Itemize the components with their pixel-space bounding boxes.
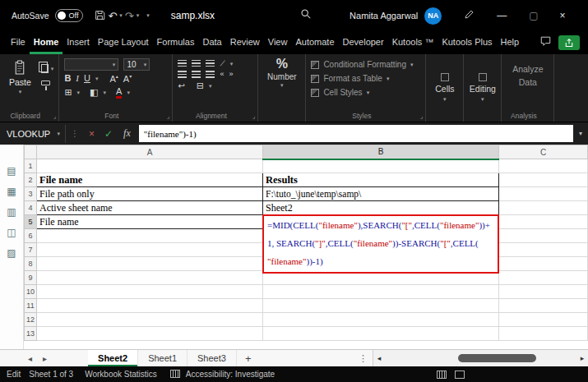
- decrease-font-icon[interactable]: A▾: [123, 74, 132, 84]
- cell-a3[interactable]: File path only: [37, 187, 263, 201]
- tab-review[interactable]: Review: [226, 31, 264, 54]
- cell-c11[interactable]: [499, 299, 588, 313]
- alignment-dialog-launcher-icon[interactable]: ⌟: [252, 113, 256, 120]
- cell-a11[interactable]: [37, 299, 263, 313]
- avatar[interactable]: NA: [424, 7, 442, 25]
- decrease-indent-icon[interactable]: «: [220, 71, 224, 78]
- search-icon[interactable]: [300, 8, 312, 23]
- kutools-pane-icon-4[interactable]: ◫: [7, 228, 16, 237]
- enter-icon[interactable]: ✓: [100, 128, 118, 140]
- minimize-button[interactable]: —: [497, 10, 507, 21]
- customize-qat-icon[interactable]: ▾: [146, 12, 150, 19]
- cell-a7[interactable]: [37, 243, 263, 257]
- formula-bar-resizer[interactable]: ⋮: [66, 129, 84, 138]
- cell-a5[interactable]: File name: [37, 215, 263, 229]
- row-header-12[interactable]: 12: [25, 313, 37, 327]
- scrollbar-track[interactable]: [385, 350, 576, 366]
- scroll-left-icon[interactable]: ◂: [373, 354, 385, 362]
- wrap-text-icon[interactable]: ↩: [178, 82, 184, 90]
- select-all-corner[interactable]: [25, 145, 37, 159]
- sheet-tab-sheet2[interactable]: Sheet2: [88, 350, 138, 366]
- format-as-table-button[interactable]: Format as Table▾: [311, 74, 413, 83]
- cell-a2[interactable]: File name: [37, 173, 263, 187]
- tab-automate[interactable]: Automate: [291, 31, 338, 54]
- column-header-b[interactable]: B: [263, 145, 499, 159]
- copy-dropdown-icon[interactable]: ▾: [51, 66, 54, 72]
- font-dialog-launcher-icon[interactable]: ⌟: [167, 113, 170, 120]
- cell-c10[interactable]: [499, 285, 588, 299]
- increase-indent-icon[interactable]: »: [229, 71, 233, 78]
- cell-c3[interactable]: [499, 187, 588, 201]
- pen-icon[interactable]: [464, 9, 475, 22]
- name-box[interactable]: VLOOKUP ▾: [2, 125, 66, 143]
- tab-bar-more-icon[interactable]: ⋮: [354, 350, 373, 366]
- cell-a13[interactable]: [37, 327, 263, 341]
- number-group[interactable]: % Number ▾: [258, 54, 306, 122]
- italic-button[interactable]: I: [76, 74, 79, 83]
- new-sheet-button[interactable]: +: [237, 350, 260, 366]
- undo-dropdown-icon[interactable]: ▾: [119, 12, 123, 19]
- tab-page-layout[interactable]: Page Layout: [94, 31, 153, 54]
- formula-input[interactable]: "filename")-1): [139, 125, 573, 142]
- fill-color-dropdown-icon[interactable]: ▾: [104, 90, 107, 96]
- tab-kutools[interactable]: Kutools ™: [388, 31, 438, 54]
- view-page-layout-icon[interactable]: [455, 370, 465, 379]
- save-icon[interactable]: [95, 10, 105, 22]
- cell-styles-button[interactable]: Cell Styles▾: [311, 88, 413, 97]
- conditional-formatting-button[interactable]: Conditional Formatting▾: [311, 60, 413, 69]
- row-header-6[interactable]: 6: [25, 229, 37, 243]
- workbook-statistics-button[interactable]: Workbook Statistics: [85, 370, 157, 379]
- cell-c12[interactable]: [499, 313, 588, 327]
- font-name-combobox[interactable]: ▾: [64, 58, 118, 71]
- sheet-nav-next-icon[interactable]: ▸: [43, 354, 47, 363]
- kutools-pane-icon-2[interactable]: ▦: [7, 186, 16, 196]
- sheet-tab-sheet3[interactable]: Sheet3: [188, 350, 237, 366]
- merge-dropdown-icon[interactable]: ▾: [209, 83, 212, 90]
- cell-b13[interactable]: [263, 327, 499, 341]
- cell-b4[interactable]: Sheet2: [263, 201, 499, 215]
- font-color-icon[interactable]: A: [116, 87, 122, 99]
- cell-c2[interactable]: [499, 173, 588, 187]
- cell-c8[interactable]: [499, 257, 588, 271]
- tab-developer[interactable]: Developer: [339, 31, 388, 54]
- paste-button[interactable]: Paste ▾: [5, 58, 35, 110]
- copy-icon[interactable]: [41, 64, 49, 73]
- formula-bar-expand-icon[interactable]: ▾: [573, 130, 588, 137]
- row-header-7[interactable]: 7: [25, 243, 37, 257]
- row-header-3[interactable]: 3: [25, 187, 37, 201]
- row-header-5[interactable]: 5: [25, 215, 37, 229]
- tab-file[interactable]: File: [7, 31, 30, 54]
- cell-b11[interactable]: [263, 299, 499, 313]
- borders-dropdown-icon[interactable]: ▾: [77, 90, 81, 96]
- view-normal-icon[interactable]: [437, 370, 447, 379]
- align-top-icon[interactable]: [178, 60, 187, 67]
- cells-group[interactable]: Cells ▾: [426, 54, 464, 122]
- row-header-11[interactable]: 11: [25, 299, 37, 313]
- tab-kutools-plus[interactable]: Kutools Plus: [438, 31, 496, 54]
- increase-font-icon[interactable]: A▴: [109, 74, 118, 84]
- row-header-10[interactable]: 10: [25, 285, 37, 299]
- format-painter-icon[interactable]: [41, 81, 50, 85]
- row-header-1[interactable]: 1: [25, 159, 37, 173]
- cell-b10[interactable]: [263, 285, 499, 299]
- cell-c13[interactable]: [499, 327, 588, 341]
- font-size-combobox[interactable]: 10▾: [123, 58, 150, 71]
- share-button[interactable]: [558, 35, 580, 50]
- cell-c7[interactable]: [499, 243, 588, 257]
- row-header-4[interactable]: 4: [25, 201, 37, 215]
- underline-dropdown-icon[interactable]: ▾: [95, 76, 99, 82]
- cell-c6[interactable]: [499, 229, 588, 243]
- row-header-8[interactable]: 8: [25, 257, 37, 271]
- cell-a4[interactable]: Active sheet name: [37, 201, 263, 215]
- accessibility-status[interactable]: Accessibility: Investigate: [186, 370, 275, 379]
- analyze-data-button[interactable]: Analyze Data: [507, 58, 549, 110]
- align-left-icon[interactable]: [178, 71, 187, 78]
- cancel-icon[interactable]: ×: [84, 128, 100, 140]
- cell-b3[interactable]: F:\tuto_\june\temp\samp\: [263, 187, 499, 201]
- autosave-toggle[interactable]: Off: [55, 9, 84, 22]
- borders-icon[interactable]: ⊞: [64, 88, 72, 97]
- tab-view[interactable]: View: [264, 31, 292, 54]
- scroll-right-icon[interactable]: ▸: [576, 354, 588, 362]
- align-right-icon[interactable]: [206, 71, 215, 78]
- cell-b1[interactable]: [263, 159, 499, 173]
